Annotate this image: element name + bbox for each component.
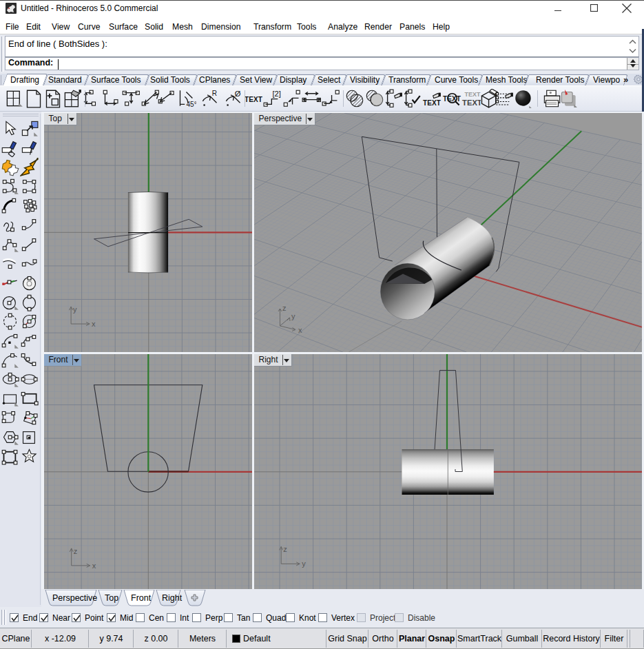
svg-text:TEXT: TEXT [443, 95, 461, 103]
svg-text:x: x [298, 326, 302, 334]
svg-text:Perspective: Perspective [52, 593, 97, 603]
svg-text:y: y [73, 305, 77, 313]
svg-text:Right: Right [162, 593, 183, 603]
svg-text:TEXT: TEXT [245, 96, 263, 103]
svg-text:y: y [291, 312, 295, 320]
svg-text:[2]: [2] [272, 90, 280, 98]
svg-text:x: x [92, 561, 96, 569]
svg-text:z: z [282, 304, 287, 312]
svg-text:x: x [92, 320, 96, 328]
svg-text:TEXT: TEXT [423, 99, 442, 107]
svg-text:45°: 45° [186, 101, 196, 108]
svg-text:Front: Front [131, 593, 152, 603]
svg-text:z: z [283, 545, 287, 553]
svg-text:Top: Top [105, 593, 118, 603]
svg-text:y: y [302, 559, 306, 568]
svg-text:z: z [73, 546, 77, 555]
svg-text:TEXT: TEXT [462, 99, 481, 107]
svg-text:Ø: Ø [235, 90, 241, 98]
svg-text:R: R [212, 90, 217, 97]
